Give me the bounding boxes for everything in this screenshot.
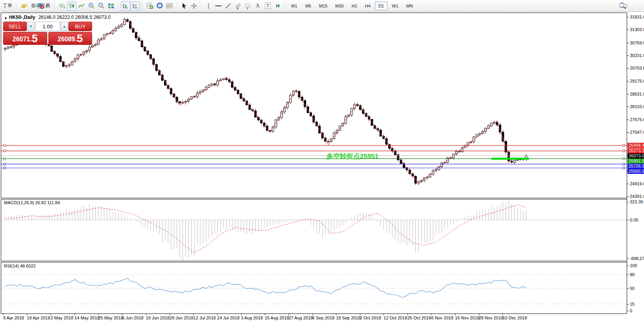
candlestick-chart-button[interactable] xyxy=(67,1,76,11)
date-tick xyxy=(502,314,503,315)
toolbar-grip[interactable] xyxy=(142,2,144,10)
label-tool-glyph: T xyxy=(265,2,271,9)
chart-text-annotation[interactable]: 多空转折点25951 xyxy=(327,152,378,161)
equidistant-channel-button[interactable]: E xyxy=(233,1,243,11)
macd-rsi-separator[interactable] xyxy=(1,261,627,262)
horizontal-line-26498.4[interactable] xyxy=(1,144,627,146)
date-tick xyxy=(194,314,194,315)
templates-button[interactable]: ▾ xyxy=(165,1,174,11)
axis-tick xyxy=(627,68,629,68)
horizontal-line-25726.3[interactable] xyxy=(1,163,627,165)
horizontal-line-button[interactable] xyxy=(214,1,223,11)
zoom-in-button[interactable] xyxy=(87,1,96,11)
date-label-6-Sep-2018: 6 Sep 2018 xyxy=(312,315,334,320)
buy-price-main: 26089. xyxy=(57,35,77,44)
toolbar-grip[interactable] xyxy=(200,2,202,10)
horizontal-line-26273.2[interactable] xyxy=(1,150,627,152)
rsi-indicator-chart[interactable] xyxy=(1,263,627,314)
timeframe-D1[interactable]: D1 xyxy=(375,2,388,10)
horizontal-line-25565.5[interactable] xyxy=(1,167,627,169)
timeframe-M15[interactable]: M15 xyxy=(316,2,331,10)
toolbar-grip[interactable] xyxy=(54,2,55,10)
collapse-icon[interactable]: ▲ xyxy=(4,16,7,20)
date-tick xyxy=(146,314,146,315)
price-axis[interactable]: 31831.031303.030759.030231.029703.029175… xyxy=(627,13,643,314)
indicators-button[interactable]: ▾ xyxy=(145,1,155,11)
chart-shift-button[interactable] xyxy=(131,1,140,11)
periods-button[interactable]: ▾ xyxy=(155,1,164,11)
axis-tick xyxy=(627,184,629,184)
timeframe-MN[interactable]: MN xyxy=(402,2,416,10)
line-chart-button[interactable] xyxy=(77,1,86,11)
axis-tick xyxy=(627,220,629,220)
chat-icon[interactable] xyxy=(619,2,628,10)
rsi-tick-50: 50 xyxy=(630,286,635,291)
fibonacci-button[interactable]: F xyxy=(243,1,253,11)
buy-button[interactable]: BUY xyxy=(68,22,92,31)
price-tick-27575.0: 27575.0 xyxy=(630,117,644,122)
auto-scroll-button[interactable] xyxy=(121,1,130,11)
vertical-line-button[interactable] xyxy=(204,1,213,11)
main-macd-separator[interactable] xyxy=(1,198,627,199)
date-label-24-Jul-2018: 24 Jul 2018 xyxy=(217,315,240,320)
axis-tick xyxy=(627,196,629,197)
date-label-3-Aug-2018: 3 Aug 2018 xyxy=(241,315,263,320)
date-label-27-Aug-2018: 27 Aug 2018 xyxy=(288,315,313,320)
text-label-button[interactable]: T xyxy=(263,1,273,11)
date-tick xyxy=(3,314,4,315)
bar-chart-button[interactable] xyxy=(57,1,66,11)
autotrade-button[interactable]: 自动交易 xyxy=(29,1,52,11)
date-axis[interactable]: 9 Apr 201819 Apr 20182 May 201814 May 20… xyxy=(1,314,627,321)
price-tick-24919.0: 24919.0 xyxy=(630,181,644,186)
bar-chart-icon xyxy=(59,3,65,9)
periods-clock-icon xyxy=(157,2,163,9)
toolbar-grip[interactable] xyxy=(16,2,18,10)
sell-price-display[interactable]: 26071.5 xyxy=(3,32,47,45)
volume-increase-button[interactable]: ▲ xyxy=(61,22,68,31)
volume-input[interactable]: 1.00 xyxy=(35,22,60,31)
timeframe-H1[interactable]: H1 xyxy=(348,2,361,10)
macd-indicator-chart[interactable] xyxy=(1,200,627,261)
buy-price-display[interactable]: 26089.5 xyxy=(48,32,92,45)
equidistant-channel-icon xyxy=(235,3,241,8)
date-label-6-Jun-2018: 6 Jun 2018 xyxy=(122,315,143,320)
main-price-chart[interactable] xyxy=(1,13,627,198)
tile-windows-button[interactable] xyxy=(106,1,116,11)
timeframe-M5[interactable]: M5 xyxy=(302,2,315,10)
axis-tick xyxy=(627,55,629,56)
timeframe-M1[interactable]: M1 xyxy=(288,2,301,10)
zoom-out-button[interactable] xyxy=(96,1,106,11)
toolbar-grip[interactable] xyxy=(176,2,178,10)
timeframe-W1[interactable]: W1 xyxy=(388,2,402,10)
trendline-button[interactable] xyxy=(223,1,233,11)
horizontal-line-25951.5[interactable] xyxy=(1,158,627,160)
date-tick xyxy=(51,314,51,315)
date-label-19-Jun-2018: 19 Jun 2018 xyxy=(146,315,170,320)
text-button[interactable]: A xyxy=(253,1,262,11)
new-order-button[interactable] xyxy=(19,1,29,11)
volume-decrease-button[interactable]: ▼ xyxy=(27,22,35,31)
price-tick-24391.0: 24391.0 xyxy=(630,194,644,199)
crosshair-button[interactable] xyxy=(189,1,199,11)
sell-button[interactable]: SELL xyxy=(3,22,27,31)
arrows-button[interactable]: ▾ xyxy=(273,1,282,11)
timeframe-M30[interactable]: M30 xyxy=(332,2,347,10)
toolbar-grip[interactable] xyxy=(284,2,286,10)
rsi-tick-0: 0 xyxy=(630,308,632,313)
current-price-badge: 26073.0 xyxy=(627,153,644,159)
line-chart-icon xyxy=(78,3,85,9)
price-line-badge-25951.5: 25951.5 xyxy=(627,159,644,164)
date-label-14-May-2018: 14 May 2018 xyxy=(74,315,100,320)
cursor-button[interactable] xyxy=(179,1,189,11)
horizontal-line-icon xyxy=(215,3,222,9)
price-tick-28631.0: 28631.0 xyxy=(630,92,644,96)
date-tick xyxy=(384,314,384,315)
axis-tick xyxy=(627,17,629,17)
date-label-2-May-2018: 2 May 2018 xyxy=(51,315,73,320)
highlight-trend-segment[interactable] xyxy=(491,158,529,160)
toolbar-grip[interactable] xyxy=(117,2,119,10)
orders-button[interactable]: 丁单 xyxy=(1,1,14,11)
date-tick xyxy=(312,314,313,315)
date-label-25-Oct-2018: 25 Oct 2018 xyxy=(408,315,431,320)
timeframe-H4[interactable]: H4 xyxy=(362,2,374,10)
